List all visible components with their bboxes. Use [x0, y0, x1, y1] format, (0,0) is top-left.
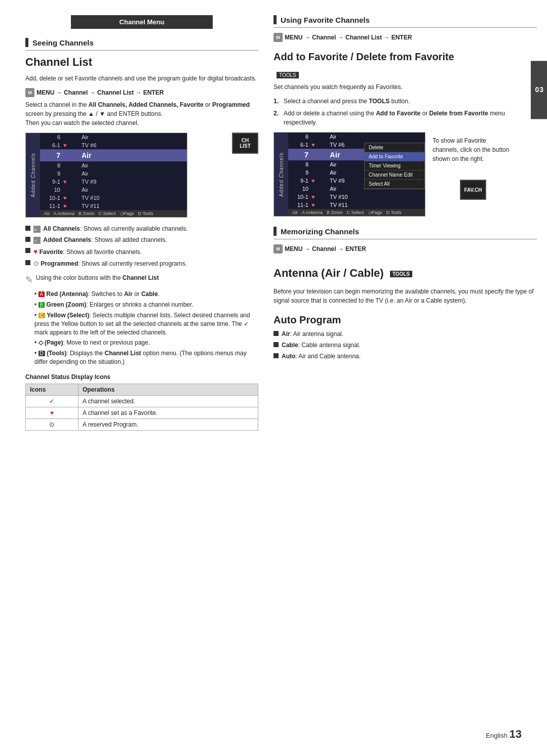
add-fav-title-row: Add to Favorite / Delete from Favorite [274, 51, 537, 68]
ch-num: 9 [44, 171, 60, 177]
fav-menu-path: M MENU → Channel → Channel List → ENTER [274, 33, 537, 42]
table-row-heart: ♥ A channel set as a Favorite. [26, 407, 258, 418]
bullet-cable: Cable: Cable antenna signal. [274, 341, 537, 350]
fav-ch-button[interactable]: FAV.CH [460, 180, 486, 200]
bullet-added-channels: + Added Channels: Shows all added channe… [25, 236, 258, 244]
ch-name: Air [82, 162, 183, 169]
clock-icon: ⊙ [33, 260, 39, 267]
memorizing-heading: Memorizing Channels [274, 227, 537, 239]
ctx-select-all[interactable]: Select All [365, 180, 424, 189]
bullet-text: ≡ All Channels: Shows all currently avai… [33, 225, 188, 233]
ch-num: 9-1 [292, 178, 308, 184]
ch-icon: ♥ [63, 179, 79, 185]
auto-program-bullets: Air: Air antenna signal. Cable: Cable an… [274, 330, 537, 360]
fav-row-6: 6 Air [288, 133, 425, 141]
ch-list-button[interactable]: CH LIST [232, 133, 258, 154]
ch-row-11-1: 11-1 ♥ TV #11 [40, 202, 187, 210]
table-header-icons: Icons [26, 384, 79, 395]
ch-name: TV #9 [82, 179, 183, 185]
step-2: 2. Add or delete a channel using the Add… [274, 109, 537, 127]
fav-footer-ant: A Antenna [302, 210, 323, 215]
note-section: ✎ Using the color buttons with the Chann… [25, 273, 258, 366]
ch-num: 10 [292, 186, 308, 192]
menu-path-text: MENU → Channel → Channel List → ENTER [36, 89, 164, 96]
page-footer: English 13 [486, 728, 522, 741]
left-column: Channel Menu Seeing Channels Channel Lis… [25, 15, 274, 741]
ch-list-sidebar-text: Added Channels [30, 153, 36, 197]
add-fav-desc: Set channels you watch frequently as Fav… [274, 82, 537, 92]
chapter-number: 03 [535, 86, 544, 94]
table-row-check: ✓ A channel selected. [26, 395, 258, 407]
heart-icon: ♥ [33, 247, 37, 256]
sub-bullet-tools: D (Tools): Displays the Channel List opt… [34, 349, 258, 366]
menu-icon-fav: M [274, 33, 283, 42]
footer-page: ◇Page [120, 211, 134, 216]
ch-name: TV #10 [330, 194, 421, 200]
ch-list-content: 6 Air 6-1 ♥ TV #6 7 Air [40, 133, 187, 217]
channel-menu-box: Channel Menu [71, 15, 213, 29]
fav-footer-page: ◇Page [368, 210, 382, 215]
ch-num: 6 [292, 134, 308, 140]
bullet-all-channels: ≡ All Channels: Shows all currently avai… [25, 225, 258, 233]
memo-menu-path-text: MENU → Channel → ENTER [285, 245, 366, 253]
icon-heart: ♥ [26, 407, 79, 418]
ch-icon: ♥ [311, 178, 327, 184]
footer-tools: D Tools [138, 211, 153, 216]
step-2-num: 2. [274, 109, 279, 118]
all-channels-icon: ≡ [33, 226, 41, 233]
context-menu: Delete Add to Favorite Timer Viewing Cha… [364, 143, 425, 189]
bullet-icon [25, 226, 30, 231]
ch-name: TV #11 [82, 203, 183, 209]
ch-num: 6 [44, 134, 60, 140]
ch-num: 6-1 [44, 142, 60, 148]
antenna-tools-badge: TOOLS [390, 271, 412, 277]
ch-icon: ♥ [63, 142, 79, 148]
fav-footer-zoom: B Zoom [327, 210, 343, 215]
ch-name: Air [82, 187, 183, 193]
antenna-title: Antenna (Air / Cable) TOOLS [274, 267, 412, 280]
bullet-text: ⊙ Programmed: Shows all currently reserv… [33, 259, 187, 268]
channel-list-screenshot-container: Added Channels 6 Air 6-1 ♥ TV #6 [25, 133, 258, 218]
ch-icon: ♥ [311, 142, 327, 148]
ch-list-sidebar: Added Channels [26, 133, 40, 217]
language-label: English [486, 732, 507, 739]
ch-name: Air [82, 171, 183, 177]
ch-row-8: 8 Air [40, 161, 187, 170]
ch-row-6: 6 Air [40, 133, 187, 141]
bullet-air: Air: Air antenna signal. [274, 330, 537, 339]
fav-row-10-1: 10-1 ♥ TV #10 [288, 193, 425, 201]
ch-num: 9-1 [44, 179, 60, 185]
ch-name: Air [82, 134, 183, 140]
auto-program-section: Auto Program Air: Air antenna signal. Ca… [274, 314, 537, 360]
right-column: Using Favorite Channels M MENU → Channel… [274, 15, 537, 741]
ctx-delete[interactable]: Delete [365, 143, 424, 152]
fav-screenshot: Added Channels 6 Air 6-1 ♥ TV #6 [274, 132, 425, 217]
bullet-text: ♥ Favorite: Shows all favorite channels. [33, 247, 142, 257]
bullet-icon [274, 342, 279, 347]
ch-row-9: 9 Air [40, 170, 187, 178]
menu-icon-memo: M [274, 244, 283, 254]
ctx-timer[interactable]: Timer Viewing [365, 161, 424, 171]
channel-type-bullets: ≡ All Channels: Shows all currently avai… [25, 225, 258, 268]
ch-num: 11-1 [44, 203, 60, 209]
bullet-text: + Added Channels: Shows all added channe… [33, 236, 167, 244]
ch-row-9-1: 9-1 ♥ TV #9 [40, 178, 187, 186]
ch-num: 8 [292, 161, 308, 167]
table-header-operations: Operations [78, 384, 258, 395]
ctx-name-edit[interactable]: Channel Name Edit [365, 171, 424, 180]
fav-footer-tools: D Tools [386, 210, 402, 215]
ch-name: Air [330, 134, 421, 140]
icon-clock: ⊙ [26, 418, 79, 430]
menu-icon: M [25, 88, 34, 97]
green-btn: B [38, 302, 45, 308]
add-fav-section: Add to Favorite / Delete from Favorite T… [274, 51, 537, 217]
op-clock: A reserved Program. [78, 418, 258, 430]
bullet-text: Auto: Air and Cable antenna. [282, 352, 361, 361]
ch-icon: ♥ [311, 202, 327, 208]
ch-list-footer: Air A Antenna B Zoom C Select ◇Page D To… [40, 210, 187, 217]
menu-path-channel-list: M MENU → Channel → Channel List → ENTER [25, 88, 258, 97]
ch-row-7-highlighted: 7 Air [40, 149, 187, 161]
ctx-add-fav[interactable]: Add to Favorite [365, 152, 424, 161]
fav-content: 6 Air 6-1 ♥ TV #6 7 [288, 133, 425, 216]
ch-num: 9 [292, 170, 308, 176]
